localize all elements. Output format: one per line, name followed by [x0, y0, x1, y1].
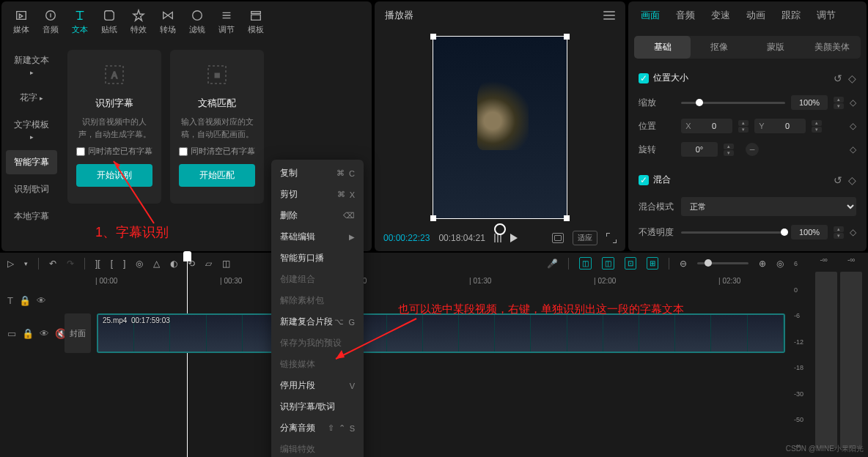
inspector-subtab[interactable]: 蒙版 [748, 36, 804, 59]
resize-handle-tl[interactable] [430, 34, 436, 40]
scale-slider[interactable] [681, 102, 785, 104]
trim-left-icon[interactable]: [ [111, 259, 113, 269]
reset-icon[interactable]: ↺ [834, 174, 842, 186]
playhead[interactable] [187, 253, 188, 457]
top-tab-text[interactable]: 文本 [66, 6, 94, 38]
rotation-wheel-icon[interactable]: – [746, 143, 759, 156]
screen-icon[interactable]: ▭ [7, 328, 16, 339]
top-tab-filter[interactable]: 滤镜 [183, 6, 211, 38]
opacity-input[interactable] [791, 225, 828, 239]
side-nav-item[interactable]: 花字 ▸ [6, 86, 57, 110]
opacity-slider[interactable] [681, 231, 785, 234]
side-nav-item[interactable]: 文字模板 ▸ [6, 113, 57, 147]
position-size-checkbox[interactable]: ✓ [639, 73, 649, 83]
player-menu-icon[interactable] [603, 9, 615, 22]
opacity-keyframe-icon[interactable]: ◇ [850, 227, 856, 237]
video-viewport[interactable] [375, 29, 625, 225]
inspector-tab[interactable]: 变速 [703, 1, 738, 29]
text-track-icon[interactable]: T [7, 295, 13, 306]
snap-btn-4[interactable]: ⊞ [647, 257, 658, 270]
fullscreen-icon[interactable] [606, 233, 617, 243]
mirror-icon[interactable]: ◐ [170, 259, 177, 269]
split-icon[interactable]: ]​[ [95, 259, 100, 269]
side-nav-item[interactable]: 本地字幕 [6, 204, 57, 228]
inspector-subtab[interactable]: 抠像 [691, 36, 747, 59]
ctx-智能剪口播[interactable]: 智能剪口播 [271, 248, 364, 269]
resize-handle-tr[interactable] [564, 34, 570, 40]
zoom-fit-icon[interactable]: ◎ [776, 259, 784, 269]
zoom-out-icon[interactable]: ⊖ [680, 259, 687, 269]
zoom-in-icon[interactable]: ⊕ [759, 259, 766, 269]
scale-input[interactable] [791, 95, 828, 110]
top-tab-template[interactable]: 模板 [242, 6, 270, 38]
top-tab-fx[interactable]: 特效 [125, 6, 152, 38]
undo-icon[interactable]: ↶ [49, 259, 56, 269]
clear-icon[interactable]: ◫ [222, 259, 230, 269]
pos-keyframe-icon[interactable]: ◇ [850, 121, 856, 131]
inspector-tab[interactable]: 音频 [668, 1, 703, 29]
ctx-停用片段[interactable]: 停用片段V [271, 375, 364, 396]
reset-icon[interactable]: ↺ [834, 73, 842, 84]
x-input[interactable] [696, 119, 732, 133]
ctx-分离音频[interactable]: 分离音频⇧⌃S [271, 417, 364, 439]
play-button[interactable] [510, 234, 518, 242]
ctx-识别字幕/歌词[interactable]: 识别字幕/歌词 [271, 396, 364, 417]
rotate-handle[interactable] [494, 223, 506, 235]
fit-button[interactable]: 适应 [573, 231, 597, 245]
inspector-tab[interactable]: 调节 [809, 1, 844, 29]
reverse-icon[interactable]: △ [153, 259, 160, 269]
timeline-ruler[interactable]: | 00:00| 00:30| 01:00| 01:30| 02:00| 02:… [95, 274, 791, 289]
top-tab-adjust[interactable]: 调节 [213, 6, 240, 38]
side-nav-item[interactable]: 新建文本 ▸ [6, 48, 57, 83]
inspector-subtab[interactable]: 美颜美体 [804, 36, 861, 59]
eye-icon[interactable]: 👁 [40, 328, 49, 339]
frame-step-icon[interactable] [494, 234, 501, 242]
cover-button[interactable]: 封面 [65, 313, 91, 353]
resize-handle-br[interactable] [564, 215, 570, 221]
rot-keyframe-icon[interactable]: ◇ [850, 144, 856, 155]
rotation-input[interactable] [681, 142, 718, 157]
scale-keyframe-icon[interactable]: ◇ [850, 97, 856, 108]
top-tab-media[interactable]: 媒体 [7, 6, 35, 38]
top-tab-transition[interactable]: 转场 [154, 6, 182, 38]
record-icon[interactable]: ◎ [136, 259, 143, 269]
ctx-基础编辑[interactable]: 基础编辑▶ [271, 226, 364, 248]
blend-checkbox[interactable]: ✓ [639, 175, 649, 185]
top-tab-sticker[interactable]: 贴纸 [95, 6, 123, 38]
video-selection-frame[interactable] [433, 36, 567, 219]
blend-mode-select[interactable]: 正常 [681, 197, 856, 216]
snap-btn-3[interactable]: ⊡ [625, 257, 636, 270]
safe-zone-icon[interactable] [552, 233, 564, 243]
side-nav-item[interactable]: 识别歌词 [6, 177, 57, 201]
crop-icon[interactable]: ▱ [205, 259, 212, 269]
keyframe-icon[interactable]: ◇ [848, 174, 856, 186]
snap-btn-2[interactable]: ◫ [602, 257, 614, 270]
eye-icon[interactable]: 👁 [37, 295, 46, 306]
cursor-tool-icon[interactable]: ▷ [7, 259, 14, 269]
inspector-subtab[interactable]: 基础 [634, 36, 691, 59]
card-checkbox[interactable]: 同时清空已有字幕 [179, 146, 255, 157]
scale-up[interactable]: ▴ [834, 97, 844, 103]
top-tab-audio[interactable]: 音频 [37, 6, 65, 38]
side-nav-item[interactable]: 智能字幕 [6, 150, 57, 174]
mic-icon[interactable]: 🎤 [547, 259, 558, 269]
inspector-tab[interactable]: 画面 [633, 1, 668, 29]
inspector-tab[interactable]: 跟踪 [773, 1, 809, 29]
ctx-删除[interactable]: 删除⌫ [271, 205, 364, 226]
ctx-剪切[interactable]: 剪切⌘X [271, 184, 364, 205]
keyframe-icon[interactable]: ◇ [848, 73, 856, 84]
zoom-slider[interactable] [697, 262, 749, 264]
inspector-tab[interactable]: 动画 [738, 1, 773, 29]
snap-btn-1[interactable]: ◫ [579, 257, 592, 270]
resize-handle-bl[interactable] [430, 215, 436, 221]
video-clip[interactable]: 25.mp4 00:17:59:03 [97, 313, 785, 353]
trim-right-icon[interactable]: ] [123, 259, 125, 269]
y-input[interactable] [769, 119, 806, 133]
lock-icon[interactable]: 🔒 [19, 295, 31, 306]
card-action-button[interactable]: 开始匹配 [179, 164, 255, 187]
redo-icon[interactable]: ↷ [67, 259, 74, 269]
lock-icon[interactable]: 🔒 [22, 328, 34, 339]
card-checkbox[interactable]: 同时清空已有字幕 [76, 146, 152, 157]
ctx-复制[interactable]: 复制⌘C [271, 163, 364, 184]
scale-down[interactable]: ▾ [834, 103, 844, 109]
